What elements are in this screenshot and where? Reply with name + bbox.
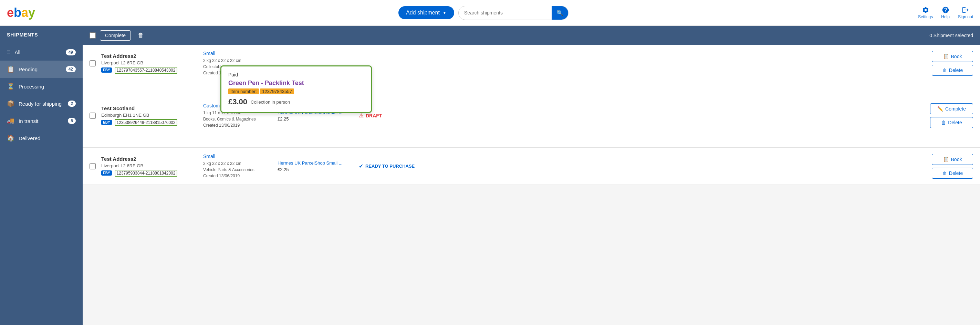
book-button[interactable]: 📋 Book — [932, 154, 973, 165]
sidebar-item-processing[interactable]: ⏳ Processing — [0, 78, 83, 95]
book-button[interactable]: 📋 Book — [932, 51, 973, 62]
sidebar-item-label: Delivered — [19, 135, 76, 141]
shipment-status: ⚠ DRAFT — [359, 112, 428, 119]
shipment-info: Test Scotland Edinburgh EH1 1NE GB EBY 1… — [101, 105, 198, 126]
help-label: Help — [941, 14, 950, 19]
parcel-type-link[interactable]: Small — [203, 51, 215, 56]
search-icon: 🔍 — [557, 10, 563, 16]
sidebar-item-label: All — [15, 49, 62, 55]
eby-badge: EBY — [101, 67, 112, 73]
help-link[interactable]: Help — [941, 6, 950, 19]
delete-bar-button[interactable]: 🗑 — [135, 30, 147, 40]
row-checkbox[interactable] — [89, 163, 96, 169]
carrier-price: £2.25 — [278, 116, 353, 121]
sign-out-icon — [962, 6, 969, 14]
shipment-address: Test Address2 — [101, 156, 198, 162]
table-row: Test Address2 Liverpool L2 6RE GB EBY 12… — [83, 45, 980, 97]
transaction-id: 123797843557-2118840543002 — [115, 67, 178, 74]
sidebar-item-pending[interactable]: 📋 Pending 42 — [0, 61, 83, 78]
shipment-info: Test Address2 Liverpool L2 6RE GB EBY 12… — [101, 53, 198, 74]
add-shipment-button[interactable]: Add shipment ▼ — [398, 6, 454, 19]
delivered-icon: 🏠 — [7, 134, 14, 142]
tooltip-collection: Collection in person — [251, 99, 290, 105]
search-button[interactable]: 🔍 — [552, 6, 568, 20]
pending-icon: 📋 — [7, 65, 14, 73]
carrier-price: £2.25 — [278, 167, 353, 172]
shipment-address: Test Scotland — [101, 105, 198, 111]
sidebar: SHIPMENTS ≡ All 49 📋 Pending 42 ⏳ Proces… — [0, 26, 83, 325]
sign-out-label: Sign out — [958, 14, 973, 19]
sidebar-item-count: 49 — [66, 49, 76, 56]
settings-link[interactable]: Settings — [918, 6, 933, 19]
shipment-tooltip: Paid Green Pen - Packlink Test Item numb… — [220, 65, 372, 113]
parcel-type-link[interactable]: Small — [203, 153, 215, 159]
eby-badge: EBY — [101, 120, 112, 125]
shipment-ids: EBY 123797843557-2118840543002 — [101, 67, 198, 74]
table-row: Test Address2 Liverpool L2 6RE GB EBY 12… — [83, 148, 980, 185]
package-icon: 📦 — [7, 100, 14, 107]
pencil-icon: ✏️ — [937, 106, 943, 112]
status-badge: READY TO PURCHASE — [365, 164, 415, 169]
shipment-ids: EBY 123795933844-2118801842002 — [101, 170, 198, 177]
warning-icon: ⚠ — [359, 112, 364, 119]
list-icon: ≡ — [7, 49, 11, 56]
row-checkbox[interactable] — [89, 60, 96, 67]
settings-label: Settings — [918, 14, 933, 19]
book-icon: 📋 — [943, 54, 949, 59]
sidebar-item-count: 5 — [68, 118, 76, 124]
processing-icon: ⏳ — [7, 83, 14, 90]
row-checkbox[interactable] — [89, 113, 96, 119]
transaction-id: 123538926449-2118815076002 — [115, 119, 178, 126]
shipments-list: Test Address2 Liverpool L2 6RE GB EBY 12… — [83, 45, 980, 325]
book-icon: 📋 — [943, 157, 949, 162]
gear-icon — [922, 6, 929, 14]
select-all-checkbox[interactable] — [89, 32, 96, 38]
sidebar-item-count: 42 — [66, 66, 76, 72]
search-container: 🔍 — [458, 6, 568, 20]
shipment-location: Liverpool L2 6RE GB — [101, 60, 198, 65]
transaction-id: 123795933844-2118801842002 — [115, 170, 178, 177]
top-bar: Complete 🗑 0 Shipment selected — [83, 26, 980, 45]
truck-icon: 🚚 — [7, 117, 14, 124]
sidebar-item-all[interactable]: ≡ All 49 — [0, 44, 83, 61]
sidebar-item-label: In transit — [19, 118, 64, 124]
sign-out-link[interactable]: Sign out — [958, 6, 973, 19]
search-input[interactable] — [459, 6, 552, 19]
sidebar-item-count: 2 — [68, 100, 76, 107]
table-row: Test Scotland Edinburgh EH1 1NE GB EBY 1… — [83, 97, 980, 148]
trash-icon: 🗑 — [138, 32, 144, 38]
delete-button[interactable]: 🗑 Delete — [930, 117, 973, 128]
trash-icon: 🗑 — [942, 170, 947, 176]
complete-bar-button[interactable]: Complete — [100, 30, 131, 41]
sidebar-item-ready-for-shipping[interactable]: 📦 Ready for shipping 2 — [0, 95, 83, 112]
shipment-info: Test Address2 Liverpool L2 6RE GB EBY 12… — [101, 156, 198, 177]
parcel-details: 2 kg 22 x 22 x 22 cm Vehicle Parts & Acc… — [203, 161, 272, 179]
sidebar-item-label: Processing — [19, 84, 76, 89]
sidebar-item-in-transit[interactable]: 🚚 In transit 5 — [0, 112, 83, 129]
tooltip-item-number: Item number: 123797843557 — [228, 89, 364, 94]
delete-button[interactable]: 🗑 Delete — [932, 65, 973, 76]
sidebar-item-delivered[interactable]: 🏠 Delivered — [0, 129, 83, 147]
selected-count: 0 Shipment selected — [929, 33, 973, 38]
complete-button[interactable]: ✏️ Complete — [930, 103, 973, 114]
shipment-location: Edinburgh EH1 1NE GB — [101, 113, 198, 118]
tooltip-price: £3.00 — [228, 97, 247, 107]
shipment-parcel: Small 2 kg 22 x 22 x 22 cm Vehicle Parts… — [203, 153, 272, 179]
shipment-address: Test Address2 — [101, 53, 198, 59]
delete-button[interactable]: 🗑 Delete — [932, 168, 973, 179]
trash-icon: 🗑 — [942, 67, 947, 73]
sidebar-title: SHIPMENTS — [0, 26, 83, 44]
ebay-logo[interactable]: ebay — [7, 5, 35, 20]
help-icon — [942, 6, 949, 14]
shipment-carrier: Hermes UK ParcelShop Small ... £2.25 — [278, 161, 353, 172]
chevron-down-icon: ▼ — [442, 10, 447, 15]
eby-badge: EBY — [101, 170, 112, 175]
shipment-actions: 📋 Book 🗑 Delete — [932, 154, 973, 179]
main-container: SHIPMENTS ≡ All 49 📋 Pending 42 ⏳ Proces… — [0, 26, 980, 325]
content-area: Complete 🗑 0 Shipment selected Test Addr… — [83, 26, 980, 325]
shipment-ids: EBY 123538926449-2118815076002 — [101, 119, 198, 126]
header: ebay Add shipment ▼ 🔍 Settings Help — [0, 0, 980, 26]
status-badge: DRAFT — [366, 113, 382, 118]
tooltip-price-row: £3.00 Collection in person — [228, 97, 364, 107]
check-icon: ✔ — [359, 163, 363, 169]
